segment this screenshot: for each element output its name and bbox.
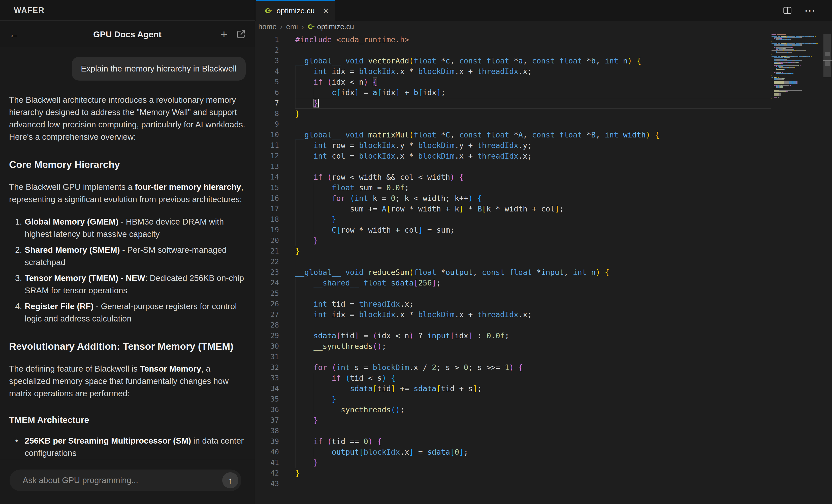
code-line[interactable]: 22 xyxy=(255,256,771,267)
code-line[interactable]: 27 int idx = blockIdx.x * blockDim.x + t… xyxy=(255,309,771,320)
code-line[interactable]: 8} xyxy=(255,109,771,119)
code-line[interactable]: 16 for (int k = 0; k < width; k++) { xyxy=(255,193,771,204)
line-number[interactable]: 26 xyxy=(255,299,279,309)
code-line[interactable]: 26 int tid = threadIdx.x; xyxy=(255,299,771,309)
line-number[interactable]: 15 xyxy=(255,183,279,193)
line-number[interactable]: 23 xyxy=(255,267,279,278)
more-actions-button[interactable]: ⋯ xyxy=(804,4,815,17)
line-number[interactable]: 14 xyxy=(255,172,279,183)
line-number[interactable]: 43 xyxy=(255,479,279,489)
code-line[interactable]: 38 xyxy=(255,426,771,436)
line-number[interactable]: 42 xyxy=(255,468,279,479)
code-line[interactable]: 30 __syncthreads(); xyxy=(255,341,771,352)
split-editor-button[interactable] xyxy=(782,5,793,16)
line-number[interactable]: 41 xyxy=(255,457,279,468)
code-line[interactable]: 31 xyxy=(255,352,771,362)
code-line[interactable]: 28 xyxy=(255,320,771,331)
code-line[interactable]: 19 C[row * width + col] = sum; xyxy=(255,225,771,235)
tab-close-icon[interactable]: × xyxy=(323,6,329,16)
line-number[interactable]: 36 xyxy=(255,404,279,415)
line-number[interactable]: 30 xyxy=(255,341,279,352)
line-number[interactable]: 22 xyxy=(255,256,279,267)
code-line[interactable]: 10__global__ void matrixMul(float *C, co… xyxy=(255,130,771,140)
line-number[interactable]: 35 xyxy=(255,394,279,404)
line-number[interactable]: 10 xyxy=(255,130,279,140)
code-line[interactable]: 24 __shared__ float sdata[256]; xyxy=(255,278,771,288)
line-number[interactable]: 32 xyxy=(255,362,279,373)
code-line[interactable]: 40 output[blockIdx.x] = sdata[0]; xyxy=(255,447,771,457)
minimap[interactable] xyxy=(772,34,823,140)
line-number[interactable]: 24 xyxy=(255,278,279,288)
line-number[interactable]: 1 xyxy=(255,34,279,45)
line-number[interactable]: 16 xyxy=(255,193,279,204)
line-number[interactable]: 2 xyxy=(255,45,279,56)
send-button[interactable]: ↑ xyxy=(222,472,238,488)
line-number[interactable]: 19 xyxy=(255,225,279,235)
code-line[interactable]: 42} xyxy=(255,468,771,479)
code-line[interactable]: 12 int col = blockIdx.x * blockDim.x + t… xyxy=(255,151,771,161)
breadcrumb-home[interactable]: home xyxy=(258,23,277,31)
line-number[interactable]: 28 xyxy=(255,320,279,331)
breadcrumb-emi[interactable]: emi xyxy=(286,23,298,31)
code-area[interactable]: 1#include <cuda_runtime.h>23__global__ v… xyxy=(255,33,771,504)
code-line[interactable]: 41 } xyxy=(255,457,771,468)
line-number[interactable]: 7 xyxy=(255,98,279,109)
code-line[interactable]: 35 } xyxy=(255,394,771,404)
code-line[interactable]: 21} xyxy=(255,246,771,256)
line-number[interactable]: 18 xyxy=(255,214,279,225)
line-number[interactable]: 9 xyxy=(255,119,279,130)
code-line[interactable]: 25 xyxy=(255,288,771,299)
line-number[interactable]: 11 xyxy=(255,140,279,151)
line-number[interactable]: 29 xyxy=(255,331,279,341)
code-line[interactable]: 6 c[idx] = a[idx] + b[idx]; xyxy=(255,87,771,98)
code-line[interactable]: 15 float sum = 0.0f; xyxy=(255,183,771,193)
chat-input[interactable] xyxy=(23,476,222,485)
code-line[interactable]: 13 xyxy=(255,161,771,172)
code-line[interactable]: 20 } xyxy=(255,235,771,246)
line-number[interactable]: 38 xyxy=(255,426,279,436)
line-number[interactable]: 20 xyxy=(255,235,279,246)
code-line[interactable]: 7 } xyxy=(255,98,771,109)
vertical-scrollbar[interactable] xyxy=(823,32,832,504)
line-number[interactable]: 37 xyxy=(255,415,279,426)
line-number[interactable]: 13 xyxy=(255,161,279,172)
code-line[interactable]: 14 if (row < width && col < width) { xyxy=(255,172,771,183)
code-line[interactable]: 37 } xyxy=(255,415,771,426)
line-number[interactable]: 6 xyxy=(255,87,279,98)
code-line[interactable]: 34 sdata[tid] += sdata[tid + s]; xyxy=(255,384,771,394)
line-number[interactable]: 33 xyxy=(255,373,279,384)
code-line[interactable]: 2 xyxy=(255,45,771,56)
line-number[interactable]: 27 xyxy=(255,309,279,320)
code-line[interactable]: 3__global__ void vectorAdd(float *c, con… xyxy=(255,56,771,66)
line-number[interactable]: 31 xyxy=(255,352,279,362)
code-line[interactable]: 23__global__ void reduceSum(float *outpu… xyxy=(255,267,771,278)
line-number[interactable]: 12 xyxy=(255,151,279,161)
breadcrumb-file[interactable]: optimize.cu xyxy=(317,23,354,31)
line-number[interactable]: 39 xyxy=(255,436,279,447)
code-line[interactable]: 17 sum += A[row * width + k] * B[k * wid… xyxy=(255,204,771,214)
code-line[interactable]: 29 sdata[tid] = (idx < n) ? input[idx] :… xyxy=(255,331,771,341)
code-line[interactable]: 43 xyxy=(255,479,771,489)
line-number[interactable]: 25 xyxy=(255,288,279,299)
code-line[interactable]: 4 int idx = blockIdx.x * blockDim.x + th… xyxy=(255,66,771,77)
code-line[interactable]: 9 xyxy=(255,119,771,130)
line-number[interactable]: 5 xyxy=(255,77,279,87)
code-line[interactable]: 39 if (tid == 0) { xyxy=(255,436,771,447)
code-line[interactable]: 1#include <cuda_runtime.h> xyxy=(255,34,771,45)
line-number[interactable]: 17 xyxy=(255,204,279,214)
line-number[interactable]: 8 xyxy=(255,109,279,119)
line-number[interactable]: 4 xyxy=(255,66,279,77)
line-number[interactable]: 40 xyxy=(255,447,279,457)
tab-optimize-cu[interactable]: C UDA optimize.cu × xyxy=(256,0,335,21)
code-line[interactable]: 5 if (idx < n) { xyxy=(255,77,771,87)
line-number[interactable]: 34 xyxy=(255,384,279,394)
code-line[interactable]: 36 __syncthreads(); xyxy=(255,404,771,415)
code-line[interactable]: 32 for (int s = blockDim.x / 2; s > 0; s… xyxy=(255,362,771,373)
line-number[interactable]: 3 xyxy=(255,56,279,66)
new-chat-button[interactable]: + xyxy=(217,28,231,41)
open-external-button[interactable] xyxy=(235,28,248,41)
code-line[interactable]: 11 int row = blockIdx.y * blockDim.y + t… xyxy=(255,140,771,151)
code-line[interactable]: 33 if (tid < s) { xyxy=(255,373,771,384)
code-line[interactable]: 18 } xyxy=(255,214,771,225)
line-number[interactable]: 21 xyxy=(255,246,279,256)
